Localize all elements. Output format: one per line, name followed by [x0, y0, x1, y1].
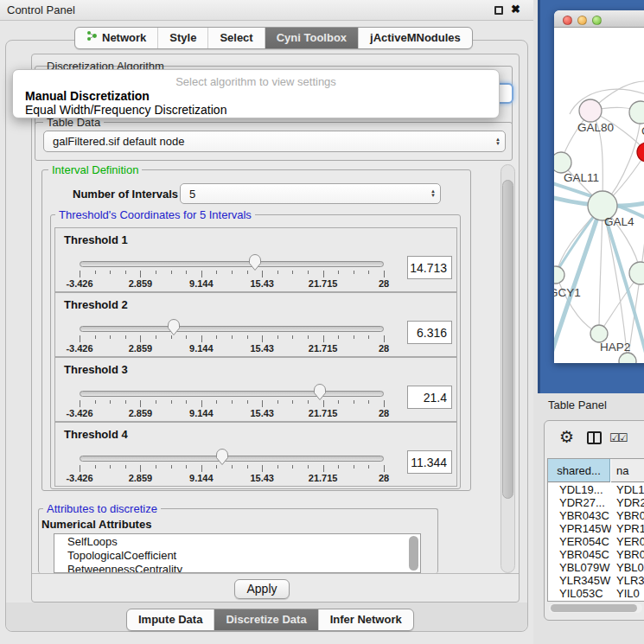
cell-shared-name: YBR045C: [548, 548, 611, 561]
threshold-value-field[interactable]: [407, 321, 452, 344]
close-traffic-light-icon[interactable]: [563, 16, 572, 25]
tick-label: 15.43: [250, 408, 274, 418]
tick-mark: [201, 271, 202, 277]
right-column: GAL80GAGAL11CGAL4GCY1HHAP2 Table Panel ⚙…: [533, 0, 644, 644]
threshold-slider-track[interactable]: [80, 261, 384, 267]
threshold-slider-thumb[interactable]: [215, 448, 229, 466]
gear-icon[interactable]: ⚙: [559, 427, 574, 447]
table-header-shared-name[interactable]: shared...: [548, 459, 610, 482]
column-layout-icon[interactable]: [587, 431, 602, 444]
cell-name: YBR0: [611, 548, 644, 561]
interval-definition-title: Interval Definition: [48, 163, 142, 176]
number-of-intervals-combobox[interactable]: 5 ▲▼: [180, 183, 441, 204]
attribute-item-topologicalcoefficient[interactable]: TopologicalCoefficient: [54, 548, 420, 562]
table-hscrollbar-thumb[interactable]: [551, 604, 637, 612]
tab-cyni-toolbox[interactable]: Cyni Toolbox: [265, 28, 358, 48]
tick-mark: [156, 465, 156, 469]
threshold-value-field[interactable]: [407, 450, 452, 474]
table-header-name[interactable]: na: [611, 459, 644, 482]
threshold-slider-thumb[interactable]: [248, 253, 262, 271]
tick-mark: [308, 465, 309, 469]
table-row[interactable]: YIL053CYIL0: [548, 587, 644, 600]
numerical-attributes-list[interactable]: SelfLoopsTopologicalCoefficientBetweenne…: [54, 533, 421, 573]
zoom-traffic-light-icon[interactable]: [592, 16, 602, 25]
table-row[interactable]: YBR045CYBR0: [548, 548, 644, 561]
tick-mark: [262, 465, 263, 472]
attribute-item-betweennesscentrality[interactable]: BetweennessCentrality: [54, 562, 420, 573]
popup-item-manual-discretization[interactable]: Manual Discretization: [25, 89, 150, 103]
tick-mark: [308, 271, 309, 274]
table-data-combobox[interactable]: galFiltered.sif default node ▲▼: [43, 131, 506, 152]
tab-network[interactable]: Network: [75, 28, 157, 48]
threshold-value-field[interactable]: [407, 256, 452, 279]
apply-button[interactable]: Apply: [234, 579, 290, 599]
settings-scrollbar-thumb[interactable]: [502, 180, 513, 499]
threshold-slider-track[interactable]: [80, 456, 384, 462]
network-node[interactable]: [554, 266, 564, 284]
table-row[interactable]: YER054CYER0: [548, 535, 644, 548]
tick-label: 21.715: [309, 278, 338, 289]
table-row[interactable]: YDR27...YDR2: [548, 496, 644, 509]
table-row[interactable]: YBL079WYBL0: [548, 561, 644, 574]
float-window-icon[interactable]: [494, 6, 503, 15]
table-row[interactable]: YBR043CYBR0: [548, 509, 644, 522]
threshold-value-field[interactable]: [407, 386, 452, 409]
tab-discretize-data[interactable]: Discretize Data: [214, 609, 317, 630]
network-node[interactable]: [554, 152, 571, 173]
network-node[interactable]: [579, 99, 602, 122]
tick-mark: [186, 271, 187, 274]
minimize-traffic-light-icon[interactable]: [577, 16, 587, 25]
stepper-icon[interactable]: ▲▼: [491, 137, 505, 146]
threshold-slider-track[interactable]: [80, 391, 384, 397]
threshold-slider-thumb[interactable]: [313, 383, 327, 401]
tick-mark: [354, 335, 354, 339]
table-hscrollbar-track[interactable]: [549, 603, 642, 613]
threshold-slider-thumb[interactable]: [167, 318, 181, 336]
network-window-titlebar[interactable]: [554, 10, 644, 28]
cell-name: YPR1: [611, 522, 644, 535]
control-panel: Control Panel ✖ NetworkStyleSelectCyni T…: [0, 0, 533, 644]
tick-mark: [110, 400, 111, 404]
tick-label: 28: [379, 408, 389, 418]
network-node[interactable]: [629, 101, 644, 124]
tab-jactivemnodules[interactable]: jActiveMNodules: [358, 28, 472, 48]
tick-label: 9.144: [189, 343, 214, 354]
tick-mark: [80, 400, 80, 407]
threshold-slider-track[interactable]: [80, 326, 384, 332]
tick-mark: [110, 271, 111, 274]
tick-label: 2.859: [129, 473, 153, 483]
checkboxes-icon[interactable]: ☑☑: [609, 431, 626, 444]
slider-tick-labels: -3.4262.8599.14415.4321.71528: [80, 343, 384, 354]
popup-item-equal-width[interactable]: Equal Width/Frequency Discretization: [25, 103, 226, 117]
list-scrollbar[interactable]: [409, 536, 418, 571]
tick-mark: [384, 335, 385, 342]
tick-mark: [125, 400, 126, 404]
network-node-selected[interactable]: [637, 143, 644, 162]
table-panel-title: Table Panel: [548, 399, 607, 411]
table-row[interactable]: YPR145WYPR1: [548, 522, 644, 535]
attribute-item-selfloops[interactable]: SelfLoops: [54, 534, 420, 548]
tick-label: 28: [379, 473, 389, 483]
tick-mark: [95, 335, 96, 339]
table-row[interactable]: YDL19...YDL1: [548, 483, 644, 496]
tab-select[interactable]: Select: [207, 28, 264, 48]
network-node[interactable]: [629, 262, 644, 284]
stepper-icon[interactable]: ▲▼: [426, 189, 440, 198]
table-row[interactable]: YLR345WYLR3: [548, 574, 644, 587]
network-canvas[interactable]: GAL80GAGAL11CGAL4GCY1HHAP2: [554, 28, 644, 363]
cell-shared-name: YLR345W: [548, 574, 611, 587]
cell-shared-name: YDR27...: [548, 496, 611, 509]
tab-style[interactable]: Style: [157, 28, 207, 48]
close-icon[interactable]: ✖: [511, 3, 520, 16]
tick-label: -3.426: [66, 343, 92, 354]
control-panel-title: Control Panel: [7, 3, 75, 16]
tick-mark: [232, 465, 233, 469]
network-node[interactable]: [590, 325, 608, 342]
tick-label: -3.426: [66, 278, 92, 289]
network-node[interactable]: [619, 353, 636, 363]
tick-mark: [140, 465, 141, 472]
algorithm-dropdown-popup: Select algorithm to view settings Manual…: [12, 69, 500, 118]
network-view-frame[interactable]: GAL80GAGAL11CGAL4GCY1HHAP2: [538, 0, 644, 393]
tab-infer-network[interactable]: Infer Network: [318, 609, 413, 630]
tab-impute-data[interactable]: Impute Data: [127, 609, 214, 630]
